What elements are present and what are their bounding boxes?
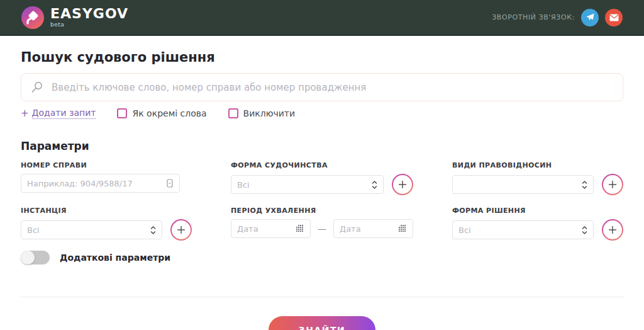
parameters-title: Параметри: [21, 140, 623, 152]
field-label: ФОРМА СУДОЧИНСТВА: [231, 161, 413, 169]
select-chevrons-icon: [150, 225, 156, 235]
field-instance: ІНСТАНЦІЯ Всі: [21, 207, 192, 241]
add-decision-form-button[interactable]: [602, 219, 623, 241]
actions-row: ЗНАЙТИ: [21, 316, 623, 330]
field-label: ПЕРІОД УХВАЛЕННЯ: [231, 207, 413, 215]
query-options-row: + Додати запит Як окремі слова Виключити: [21, 108, 623, 119]
legal-relations-select[interactable]: [452, 175, 594, 194]
add-instance-button[interactable]: [170, 219, 192, 241]
plus-icon: [608, 180, 617, 189]
date-range-separator: —: [318, 224, 326, 234]
field-label: ІНСТАНЦІЯ: [21, 207, 192, 215]
find-button[interactable]: ЗНАЙТИ: [269, 316, 375, 330]
field-label: НОМЕР СПРАВИ: [21, 161, 192, 169]
keyword-search-box: [21, 73, 623, 101]
add-legal-relations-button[interactable]: [602, 174, 623, 195]
field-decision-form: ФОРМА РІШЕННЯ Всі: [452, 207, 623, 241]
checkbox-icon[interactable]: [117, 108, 127, 118]
field-case-number: НОМЕР СПРАВИ: [21, 161, 192, 195]
date-from-box: [231, 219, 311, 238]
field-legal-relations: ВИДИ ПРАВОВІДНОСИН: [452, 161, 623, 195]
case-number-box: [21, 174, 180, 193]
checkbox-icon[interactable]: [228, 108, 238, 118]
additional-params-label: Додаткові параметри: [60, 253, 170, 263]
keyword-search-input[interactable]: [52, 82, 614, 93]
plus-icon: [398, 180, 407, 189]
page-title: Пошук судового рішення: [21, 50, 623, 65]
feedback-area: ЗВОРОТНІЙ ЗВ'ЯЗОК:: [492, 9, 623, 26]
feedback-label: ЗВОРОТНІЙ ЗВ'ЯЗОК:: [492, 13, 575, 21]
add-query-link[interactable]: + Додати запит: [21, 108, 96, 119]
checkbox-separate-words[interactable]: Як окремі слова: [117, 108, 206, 118]
additional-params-toggle[interactable]: [21, 251, 50, 265]
select-chevrons-icon: [372, 180, 377, 190]
gavel-logo-icon: [21, 6, 44, 29]
field-label: ВИДИ ПРАВОВІДНОСИН: [452, 161, 623, 169]
decision-form-select[interactable]: Всі: [452, 220, 594, 239]
easygov-logo[interactable]: EASYGOV beta: [21, 6, 128, 29]
plus-icon: [177, 225, 186, 234]
field-proceeding-form: ФОРМА СУДОЧИНСТВА Всі: [231, 161, 413, 195]
date-to-box: [333, 219, 413, 238]
select-chevrons-icon: [582, 225, 587, 235]
brand-beta-tag: beta: [50, 22, 128, 28]
date-to-input[interactable]: [340, 224, 398, 234]
plus-icon: +: [21, 108, 29, 119]
search-icon: [30, 81, 44, 94]
section-divider: [21, 297, 623, 297]
select-chevrons-icon: [582, 180, 587, 190]
input-mask-icon: [166, 179, 174, 188]
toggle-knob[interactable]: [21, 251, 35, 265]
calendar-icon: [296, 224, 304, 233]
add-proceeding-form-button[interactable]: [392, 174, 413, 195]
checkbox-exclude[interactable]: Виключити: [228, 108, 296, 118]
additional-params-row: Додаткові параметри: [21, 251, 623, 265]
proceeding-form-select[interactable]: Всі: [231, 175, 384, 194]
telegram-icon[interactable]: [581, 9, 599, 26]
date-from-input[interactable]: [237, 224, 296, 234]
email-icon[interactable]: [605, 9, 623, 26]
parameters-grid: НОМЕР СПРАВИ ФОРМА СУДОЧИНСТВА Всі: [21, 161, 623, 241]
calendar-icon: [398, 224, 407, 233]
app-header: EASYGOV beta ЗВОРОТНІЙ ЗВ'ЯЗОК:: [0, 0, 644, 36]
field-label: ФОРМА РІШЕННЯ: [452, 207, 623, 215]
main-content: Пошук судового рішення + Додати запит Як…: [0, 50, 644, 330]
plus-icon: [608, 225, 617, 234]
case-number-input[interactable]: [27, 179, 166, 188]
instance-select[interactable]: Всі: [21, 220, 162, 239]
field-adoption-period: ПЕРІОД УХВАЛЕННЯ —: [231, 207, 413, 241]
brand-name: EASYGOV: [50, 7, 128, 21]
